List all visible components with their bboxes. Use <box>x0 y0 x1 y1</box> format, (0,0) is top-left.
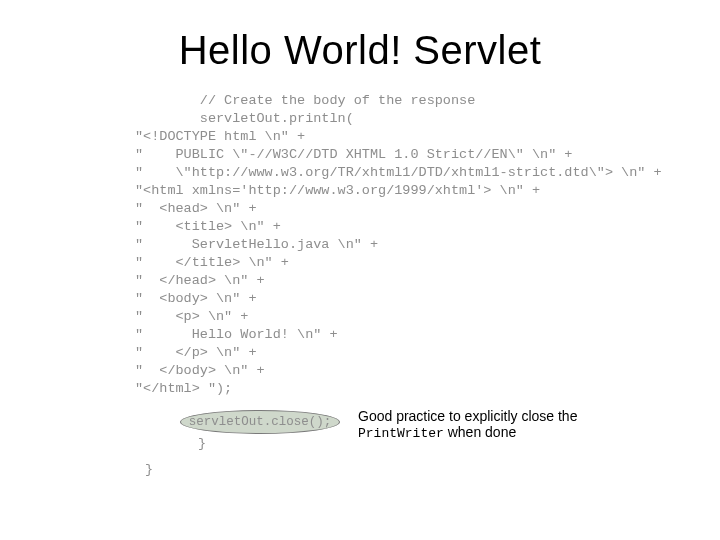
code-line: " <body> \n" + <box>135 290 695 308</box>
code-line: "</html> "); <box>135 380 695 398</box>
inner-close-brace: } <box>198 436 206 451</box>
annotation-suffix: when done <box>444 424 516 440</box>
annotation-mono: PrintWriter <box>358 426 444 441</box>
code-line: " </title> \n" + <box>135 254 695 272</box>
close-call-code: servletOut.close(); <box>189 415 332 429</box>
code-line: " </head> \n" + <box>135 272 695 290</box>
outer-close-brace: } <box>145 462 153 477</box>
code-line: " \"http://www.w3.org/TR/xhtml1/DTD/xhtm… <box>135 164 695 182</box>
code-line: " </p> \n" + <box>135 344 695 362</box>
code-line: " Hello World! \n" + <box>135 326 695 344</box>
code-line: " <title> \n" + <box>135 218 695 236</box>
code-line: servletOut.println( <box>135 110 695 128</box>
annotation-prefix: Good practice to explicitly close the <box>358 408 577 424</box>
code-line: "<html xmlns='http://www.w3.org/1999/xht… <box>135 182 695 200</box>
code-line: " </body> \n" + <box>135 362 695 380</box>
annotation-text: Good practice to explicitly close the Pr… <box>358 408 658 442</box>
code-line: // Create the body of the response <box>135 92 695 110</box>
code-line: "<!DOCTYPE html \n" + <box>135 128 695 146</box>
slide-title: Hello World! Servlet <box>0 28 720 73</box>
code-line: " <p> \n" + <box>135 308 695 326</box>
annotation-group: servletOut.close(); } Good practice to e… <box>180 410 680 450</box>
code-line: " <head> \n" + <box>135 200 695 218</box>
code-block: // Create the body of the response servl… <box>135 92 695 398</box>
code-line: " PUBLIC \"-//W3C//DTD XHTML 1.0 Strict/… <box>135 146 695 164</box>
highlight-oval: servletOut.close(); <box>180 410 340 434</box>
slide: Hello World! Servlet // Create the body … <box>0 0 720 540</box>
code-line: " ServletHello.java \n" + <box>135 236 695 254</box>
